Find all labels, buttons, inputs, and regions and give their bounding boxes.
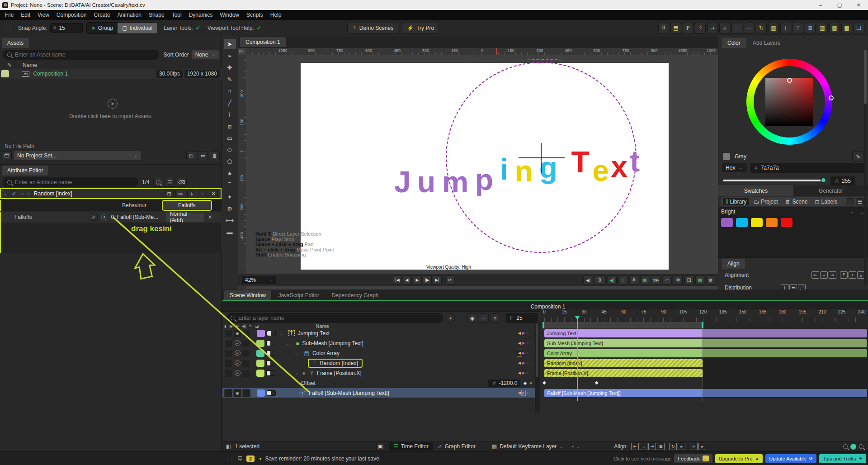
kf-align-right-icon[interactable]: ⇥ xyxy=(648,443,656,450)
timeline-bar-frame-position[interactable]: Frame [Position.X] xyxy=(544,369,703,377)
layer-swatch[interactable] xyxy=(257,389,265,397)
render-icon[interactable]: ⊗ xyxy=(236,324,239,328)
enabled-check-icon[interactable]: ✓ xyxy=(235,360,241,366)
layer-name[interactable]: Frame [Position.X] xyxy=(317,370,362,376)
asset-name[interactable]: Composition 1 xyxy=(33,71,68,77)
pen-icon[interactable]: ✎ xyxy=(249,324,252,328)
layer-row-falloff[interactable]: ◉ Falloff [Sub-Mesh [Jumping Text]] ◀▶○ xyxy=(222,388,535,398)
point-row-icon[interactable]: ⋯ xyxy=(744,23,755,33)
layer-toggle[interactable] xyxy=(266,370,275,376)
trash-icon[interactable]: 🗑 xyxy=(210,151,220,160)
message-count-badge[interactable]: 2 xyxy=(246,456,255,462)
chevron-down-icon[interactable]: ⌄ xyxy=(286,341,290,346)
tab-align[interactable]: Align xyxy=(722,259,745,269)
layout-grid-icon[interactable]: ⠿ xyxy=(658,23,669,33)
kf-align-left-icon[interactable]: ⇤ xyxy=(631,443,639,450)
work-area-end-handle[interactable] xyxy=(702,322,703,328)
blend-mode-dropdown[interactable]: Normal (Add) xyxy=(166,213,204,222)
chevron-down-icon[interactable]: ⌄ xyxy=(850,209,854,214)
next-keyframe-icon[interactable]: ▶ xyxy=(522,331,525,335)
tab-assets[interactable]: Assets xyxy=(2,38,29,48)
viewport[interactable]: Composition 1 -1050 -900 -750 -600 -450 … xyxy=(238,36,718,289)
hex-mode-dropdown[interactable]: Hex⌄ xyxy=(722,163,747,172)
swatch-group-name[interactable]: Bright xyxy=(721,209,735,215)
project-set-icon[interactable]: 🗔 xyxy=(2,151,12,160)
mini-view-icon[interactable]: ▣ xyxy=(376,443,384,450)
step-back-button[interactable]: ◀| xyxy=(403,275,412,285)
try-pro-button[interactable]: ⚡ Try Pro xyxy=(402,23,439,33)
grid-view-icon[interactable]: ⁘ xyxy=(846,198,854,205)
camera-tool-icon[interactable]: ⌗ xyxy=(224,86,236,96)
swatch-icon[interactable]: ◪ xyxy=(255,324,259,328)
hex-input[interactable]: # 7a7a7a xyxy=(750,163,865,173)
asset-search-input[interactable]: Enter an Asset name xyxy=(3,50,159,60)
grid-cells-icon[interactable]: ▦ xyxy=(841,23,852,33)
direct-select-tool-icon[interactable]: ➢ xyxy=(224,51,236,61)
gear-icon[interactable]: ⚙ xyxy=(706,275,715,285)
layer-row-frame-position[interactable]: ✓ ⌄ ● Y Frame [Position.X] ◀▶○ xyxy=(222,368,535,378)
zoom-out-icon[interactable] xyxy=(843,444,848,449)
layer-tools-check[interactable]: ✓ xyxy=(196,25,200,31)
snap-angle-input[interactable]: # 15 xyxy=(50,23,83,33)
folder-icon[interactable]: 🗀 xyxy=(186,151,196,160)
text-tool-icon[interactable]: T xyxy=(224,109,236,120)
layer-search-input[interactable]: Enter a layer name xyxy=(226,313,443,323)
layer-toggle[interactable] xyxy=(267,390,276,396)
filter-sliders-icon[interactable]: ≡ xyxy=(490,313,500,323)
asset-swatch[interactable] xyxy=(1,70,9,77)
layer-toggle[interactable] xyxy=(266,351,275,356)
layer-name[interactable]: Sub-Mesh [Jumping Text] xyxy=(302,340,363,346)
saturation-value-square[interactable] xyxy=(765,78,813,126)
tips-tricks-button[interactable]: Tips and Tricks ✦ xyxy=(819,454,866,463)
update-available-button[interactable]: Update Available ⟳ xyxy=(765,454,816,463)
tab-scene-window[interactable]: Scene Window xyxy=(224,290,271,300)
render-camera-icon[interactable]: ❒ xyxy=(854,23,864,33)
filter-scatter-icon[interactable]: ⁘ xyxy=(479,313,489,323)
connections-icon[interactable]: ⊟ xyxy=(165,189,174,198)
tab-color[interactable]: Color xyxy=(722,38,746,48)
layer-row-random-index[interactable]: ✓ ⁘ Random [Index] ◀▶○ xyxy=(222,358,535,368)
line-tool-icon[interactable]: ╱ xyxy=(224,98,236,108)
forge-icon[interactable]: F xyxy=(683,23,693,33)
align-right-button[interactable]: ⇥ xyxy=(829,271,836,279)
tab-scene[interactable]: 🗎Scene xyxy=(783,198,811,205)
menu-window[interactable]: Window xyxy=(217,10,242,20)
keyframe-colors-icon[interactable]: ◖▶ xyxy=(175,189,185,198)
frame-counter[interactable]: 0 xyxy=(594,275,606,285)
select-tool-icon[interactable]: ➤ xyxy=(224,39,236,49)
visibility-cell[interactable]: ◉ xyxy=(233,329,241,337)
keyframe-diamond-icon[interactable]: ◆ xyxy=(524,381,527,385)
asset-row-composition[interactable]: ▭ Composition 1 30.00fps 1920 x 1080 xyxy=(0,69,222,79)
add-layer-button[interactable]: + xyxy=(446,313,455,323)
next-keyframe-icon[interactable]: ▶ xyxy=(530,381,533,385)
loop-button[interactable]: ⟳ xyxy=(445,275,454,285)
timeline-bar-random-index[interactable]: Random [Index] xyxy=(544,359,703,367)
snap-grid-icon[interactable]: # xyxy=(629,275,638,285)
next-message-link[interactable]: Click to see next message xyxy=(613,456,671,461)
width-tool-icon[interactable]: ⟷ xyxy=(224,215,236,226)
tab-composition-1[interactable]: Composition 1 xyxy=(240,37,286,47)
panel-scrollbar[interactable] xyxy=(864,50,867,285)
keyframe-circle-icon[interactable]: ○ xyxy=(526,331,528,335)
kf-align-center-icon[interactable]: ↔ xyxy=(640,443,647,450)
solo-cell[interactable] xyxy=(242,329,250,337)
solo-circle-icon[interactable]: ○ xyxy=(21,190,24,197)
align-top-button[interactable]: ⤒ xyxy=(840,271,848,279)
menu-shape[interactable]: Shape xyxy=(146,10,168,20)
align-top-icon[interactable]: ⊤ xyxy=(793,23,803,33)
remove-falloff-icon[interactable]: ✕ xyxy=(208,214,212,220)
sort-order-dropdown[interactable]: None ⌄ xyxy=(192,50,219,59)
skip-end-button[interactable]: ▶| xyxy=(433,275,442,285)
project-set-dropdown[interactable]: No Project Set... ⌄ xyxy=(14,151,141,160)
guides-icon[interactable]: ▭ xyxy=(663,275,672,285)
duplicate-view-icon[interactable]: ❏ xyxy=(684,275,693,285)
alpha-field[interactable]: A 255 xyxy=(830,176,855,185)
skip-icon[interactable]: ⋙ xyxy=(651,275,661,285)
point-cluster-icon[interactable]: ∴ xyxy=(731,23,742,33)
layer-row-color-array[interactable]: ✓ ⌄ ▤ Color Array ◀▶○ xyxy=(222,348,535,358)
eye-icon[interactable]: ◉ xyxy=(229,324,233,328)
skip-start-button[interactable]: |◀ xyxy=(393,275,402,285)
attribute-row-offset[interactable]: Offset # -1200.0 ◆ ▶ xyxy=(222,378,535,388)
layer-overlays-icon[interactable]: ⧉ xyxy=(674,275,683,285)
retime-chevron-icon[interactable]: ▸ xyxy=(678,443,685,450)
